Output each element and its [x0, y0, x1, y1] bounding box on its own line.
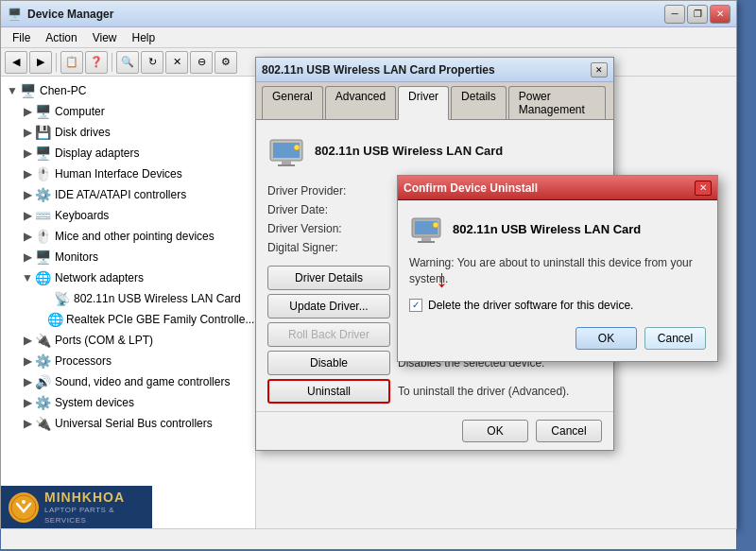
- tree-item-disk: ▶ 💾 Disk drives: [1, 122, 255, 143]
- svg-rect-5: [278, 164, 295, 166]
- tree-row-network[interactable]: ▼ 🌐 Network adapters: [16, 268, 255, 287]
- system-toggle[interactable]: ▶: [20, 396, 35, 409]
- disk-icon: 💾: [35, 125, 52, 140]
- scan-button[interactable]: 🔍: [116, 51, 139, 74]
- root-icon: 🖥️: [20, 83, 37, 98]
- menu-view[interactable]: View: [85, 29, 125, 46]
- ide-toggle[interactable]: ▶: [20, 188, 35, 201]
- uninstall-toolbar-button[interactable]: ⊖: [190, 51, 213, 74]
- menu-action[interactable]: Action: [38, 29, 84, 46]
- tree-row-realtek[interactable]: ▶ 🌐 Realtek PCIe GBE Family Controlle...: [35, 310, 255, 329]
- hid-icon: 🖱️: [35, 166, 52, 181]
- properties-button[interactable]: 📋: [60, 51, 83, 74]
- tree-item-hid: ▶ 🖱️ Human Interface Devices: [1, 164, 255, 184]
- sound-toggle[interactable]: ▶: [20, 375, 35, 388]
- settings-button[interactable]: ⚙: [215, 51, 237, 74]
- processors-icon: ⚙️: [35, 353, 52, 369]
- usb-toggle[interactable]: ▶: [20, 417, 35, 430]
- tree-item-keyboard: ▶ ⌨️ Keyboards: [1, 205, 255, 226]
- tree-row-ports[interactable]: ▶ 🔌 Ports (COM & LPT): [16, 331, 255, 350]
- back-button[interactable]: ◀: [5, 51, 27, 74]
- remove-button[interactable]: ✕: [165, 51, 188, 74]
- restore-button[interactable]: ❐: [687, 5, 708, 24]
- confirm-content: 802.11n USB Wireless LAN Card Warning: Y…: [398, 200, 717, 361]
- mice-toggle[interactable]: ▶: [20, 230, 35, 243]
- update-driver-button[interactable]: Update Driver...: [267, 294, 390, 319]
- help-button[interactable]: ❓: [85, 51, 108, 74]
- main-title-bar: 🖥️ Device Manager ─ ❐ ✕: [1, 1, 736, 27]
- props-close-button[interactable]: ✕: [591, 62, 608, 77]
- tree-item-network: ▼ 🌐 Network adapters: [1, 267, 255, 288]
- status-bar: [1, 528, 736, 549]
- tree-row-keyboard[interactable]: ▶ ⌨️ Keyboards: [16, 206, 255, 225]
- keyboard-label: Keyboards: [55, 209, 109, 222]
- tree-row-hid[interactable]: ▶ 🖱️ Human Interface Devices: [16, 164, 255, 183]
- refresh-button[interactable]: ↻: [141, 51, 163, 74]
- tab-general[interactable]: General: [262, 86, 323, 119]
- confirm-ok-button[interactable]: OK: [576, 327, 637, 350]
- props-ok-button[interactable]: OK: [462, 420, 528, 442]
- confirm-warning: Warning: You are about to uninstall this…: [409, 255, 706, 287]
- hid-toggle[interactable]: ▶: [20, 167, 35, 181]
- tree-root-row[interactable]: ▼ 🖥️ Chen-PC: [1, 81, 255, 100]
- monitors-icon: 🖥️: [35, 250, 52, 265]
- computer-icon: 🖥️: [35, 104, 52, 119]
- processors-toggle[interactable]: ▶: [20, 354, 35, 368]
- device-tree[interactable]: ▼ 🖥️ Chen-PC ▶ 🖥️ Computer ▶ 💾 Disk dri: [1, 77, 256, 528]
- confirm-title: Confirm Device Uninstall: [404, 181, 695, 195]
- confirm-cancel-button[interactable]: Cancel: [644, 327, 706, 350]
- forward-button[interactable]: ▶: [29, 51, 52, 74]
- close-button[interactable]: ✕: [710, 5, 730, 24]
- logo-icon: [9, 492, 39, 523]
- menu-help[interactable]: Help: [125, 29, 163, 46]
- props-bottom-buttons: OK Cancel: [256, 411, 613, 450]
- root-toggle[interactable]: ▼: [5, 84, 20, 97]
- tree-item-computer: ▶ 🖥️ Computer: [1, 101, 255, 122]
- tab-details[interactable]: Details: [451, 86, 507, 119]
- tree-row-usb[interactable]: ▶ 🔌 Universal Serial Bus controllers: [16, 414, 255, 433]
- disk-toggle[interactable]: ▶: [20, 126, 35, 139]
- delete-driver-checkbox[interactable]: ✓: [409, 299, 422, 312]
- tree-item-wifi: ▶ 📡 802.11n USB Wireless LAN Card: [1, 288, 255, 309]
- tree-row-disk[interactable]: ▶ 💾 Disk drives: [16, 123, 255, 142]
- props-cancel-button[interactable]: Cancel: [536, 420, 602, 442]
- tree-row-wifi[interactable]: ▶ 📡 802.11n USB Wireless LAN Card: [35, 289, 255, 308]
- monitors-toggle[interactable]: ▶: [20, 250, 35, 264]
- tree-row-monitors[interactable]: ▶ 🖥️ Monitors: [16, 248, 255, 267]
- svg-rect-9: [421, 237, 431, 241]
- tab-advanced[interactable]: Advanced: [325, 86, 396, 119]
- tree-row-sound[interactable]: ▶ 🔊 Sound, video and game controllers: [16, 372, 255, 391]
- rollback-button[interactable]: Roll Back Driver: [267, 322, 390, 347]
- tree-root: ▼ 🖥️ Chen-PC: [1, 80, 255, 101]
- driver-details-button[interactable]: Driver Details: [267, 266, 390, 290]
- ports-toggle[interactable]: ▶: [20, 334, 35, 347]
- tab-driver[interactable]: Driver: [398, 86, 449, 120]
- confirm-close-button[interactable]: ✕: [695, 181, 712, 196]
- disable-button[interactable]: Disable: [267, 351, 390, 375]
- computer-toggle[interactable]: ▶: [20, 105, 35, 118]
- confirm-device-icon: [409, 212, 443, 246]
- confirm-title-bar: Confirm Device Uninstall ✕: [398, 176, 717, 200]
- tree-row-system[interactable]: ▶ ⚙️ System devices: [16, 393, 255, 412]
- tree-row-processors[interactable]: ▶ ⚙️ Processors: [16, 352, 255, 370]
- tree-row-mice[interactable]: ▶ 🖱️ Mice and other pointing devices: [16, 227, 255, 246]
- tree-item-realtek: ▶ 🌐 Realtek PCIe GBE Family Controlle...: [1, 309, 255, 330]
- realtek-label: Realtek PCIe GBE Family Controlle...: [66, 313, 254, 326]
- minimize-button[interactable]: ─: [664, 5, 685, 24]
- tab-power[interactable]: Power Management: [508, 86, 606, 119]
- tree-row-computer[interactable]: ▶ 🖥️ Computer: [16, 102, 255, 121]
- mice-icon: 🖱️: [35, 229, 52, 244]
- tree-row-ide[interactable]: ▶ ⚙️ IDE ATA/ATAPI controllers: [16, 185, 255, 204]
- system-label: System devices: [55, 396, 134, 409]
- display-toggle[interactable]: ▶: [20, 146, 35, 160]
- uninstall-button[interactable]: Uninstall: [267, 379, 390, 404]
- confirm-checkbox-row: ✓ Delete the driver software for this de…: [409, 299, 706, 312]
- logo-area: MINHKHOA LAPTOP PARTS & SERVICES: [1, 486, 152, 528]
- network-toggle[interactable]: ▼: [20, 271, 35, 284]
- computer-label: Computer: [55, 105, 105, 118]
- tree-row-display[interactable]: ▶ 🖥️ Display adapters: [16, 144, 255, 163]
- menu-file[interactable]: File: [5, 29, 38, 46]
- sound-label: Sound, video and game controllers: [55, 375, 230, 388]
- confirm-device-row: 802.11n USB Wireless LAN Card: [409, 212, 706, 246]
- keyboard-toggle[interactable]: ▶: [20, 209, 35, 222]
